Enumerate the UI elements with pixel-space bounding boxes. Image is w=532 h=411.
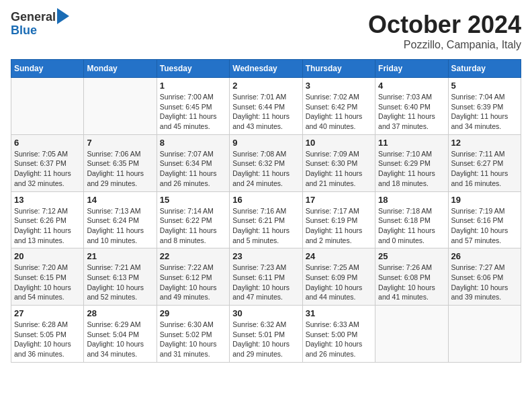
day-number: 29	[160, 308, 226, 318]
col-wednesday: Wednesday	[230, 60, 302, 78]
day-number: 27	[14, 308, 81, 318]
logo-general: General	[11, 11, 56, 24]
day-detail: Sunrise: 7:26 AMSunset: 6:08 PMDaylight:…	[378, 263, 445, 302]
day-detail: Sunrise: 7:00 AMSunset: 6:45 PMDaylight:…	[160, 92, 226, 132]
day-number: 13	[14, 195, 81, 205]
day-detail: Sunrise: 7:25 AMSunset: 6:09 PMDaylight:…	[306, 263, 372, 302]
table-row: 3Sunrise: 7:02 AMSunset: 6:42 PMDaylight…	[302, 78, 375, 135]
day-detail: Sunrise: 7:22 AMSunset: 6:12 PMDaylight:…	[160, 263, 226, 302]
table-row: 13Sunrise: 7:12 AMSunset: 6:26 PMDayligh…	[11, 191, 84, 248]
day-number: 12	[451, 138, 518, 148]
table-row: 31Sunrise: 6:33 AMSunset: 5:00 PMDayligh…	[302, 306, 375, 363]
day-detail: Sunrise: 7:27 AMSunset: 6:06 PMDaylight:…	[451, 263, 518, 302]
day-detail: Sunrise: 7:03 AMSunset: 6:40 PMDaylight:…	[378, 92, 445, 132]
day-number: 24	[306, 251, 372, 261]
day-detail: Sunrise: 6:32 AMSunset: 5:01 PMDaylight:…	[232, 320, 299, 359]
day-detail: Sunrise: 7:06 AMSunset: 6:35 PMDaylight:…	[87, 149, 153, 189]
calendar-week-row: 27Sunrise: 6:28 AMSunset: 5:05 PMDayligh…	[11, 306, 521, 363]
table-row: 7Sunrise: 7:06 AMSunset: 6:35 PMDaylight…	[84, 134, 157, 191]
day-number: 9	[232, 138, 299, 148]
col-friday: Friday	[375, 60, 448, 78]
day-number: 8	[160, 138, 226, 148]
calendar-week-row: 13Sunrise: 7:12 AMSunset: 6:26 PMDayligh…	[11, 191, 521, 248]
calendar-week-row: 6Sunrise: 7:05 AMSunset: 6:37 PMDaylight…	[11, 134, 521, 191]
day-detail: Sunrise: 7:21 AMSunset: 6:13 PMDaylight:…	[87, 263, 153, 302]
table-row: 16Sunrise: 7:16 AMSunset: 6:21 PMDayligh…	[230, 191, 302, 248]
table-row: 26Sunrise: 7:27 AMSunset: 6:06 PMDayligh…	[448, 248, 521, 306]
table-row: 4Sunrise: 7:03 AMSunset: 6:40 PMDaylight…	[375, 78, 448, 135]
col-saturday: Saturday	[448, 60, 521, 78]
day-number: 15	[160, 195, 226, 205]
day-detail: Sunrise: 7:11 AMSunset: 6:27 PMDaylight:…	[451, 149, 518, 189]
table-row: 11Sunrise: 7:10 AMSunset: 6:29 PMDayligh…	[375, 134, 448, 191]
calendar-week-row: 1Sunrise: 7:00 AMSunset: 6:45 PMDaylight…	[11, 78, 521, 135]
table-row: 21Sunrise: 7:21 AMSunset: 6:13 PMDayligh…	[84, 248, 157, 306]
day-number: 10	[306, 138, 372, 148]
logo-blue: Blue	[11, 24, 37, 38]
day-number: 6	[14, 138, 81, 148]
day-number: 5	[451, 81, 518, 91]
table-row: 30Sunrise: 6:32 AMSunset: 5:01 PMDayligh…	[230, 306, 302, 363]
day-detail: Sunrise: 7:18 AMSunset: 6:18 PMDaylight:…	[378, 206, 445, 246]
calendar-week-row: 20Sunrise: 7:20 AMSunset: 6:15 PMDayligh…	[11, 248, 521, 306]
day-number: 2	[232, 81, 299, 91]
day-detail: Sunrise: 7:09 AMSunset: 6:30 PMDaylight:…	[306, 149, 372, 189]
day-detail: Sunrise: 7:08 AMSunset: 6:32 PMDaylight:…	[232, 149, 299, 189]
header-row: Sunday Monday Tuesday Wednesday Thursday…	[11, 60, 521, 78]
col-thursday: Thursday	[302, 60, 375, 78]
table-row: 10Sunrise: 7:09 AMSunset: 6:30 PMDayligh…	[302, 134, 375, 191]
day-detail: Sunrise: 7:23 AMSunset: 6:11 PMDaylight:…	[232, 263, 299, 302]
day-detail: Sunrise: 7:19 AMSunset: 6:16 PMDaylight:…	[451, 206, 518, 246]
day-number: 28	[87, 308, 153, 318]
table-row: 9Sunrise: 7:08 AMSunset: 6:32 PMDaylight…	[230, 134, 302, 191]
day-detail: Sunrise: 7:05 AMSunset: 6:37 PMDaylight:…	[14, 149, 81, 189]
col-tuesday: Tuesday	[157, 60, 229, 78]
table-row	[448, 306, 521, 363]
table-row: 29Sunrise: 6:30 AMSunset: 5:02 PMDayligh…	[157, 306, 229, 363]
day-number: 3	[306, 81, 372, 91]
table-row: 28Sunrise: 6:29 AMSunset: 5:04 PMDayligh…	[84, 306, 157, 363]
day-detail: Sunrise: 7:16 AMSunset: 6:21 PMDaylight:…	[232, 206, 299, 246]
day-detail: Sunrise: 6:28 AMSunset: 5:05 PMDaylight:…	[14, 320, 81, 359]
day-number: 31	[306, 308, 372, 318]
day-number: 19	[451, 195, 518, 205]
day-detail: Sunrise: 7:17 AMSunset: 6:19 PMDaylight:…	[306, 206, 372, 246]
day-number: 16	[232, 195, 299, 205]
table-row: 6Sunrise: 7:05 AMSunset: 6:37 PMDaylight…	[11, 134, 84, 191]
table-row: 24Sunrise: 7:25 AMSunset: 6:09 PMDayligh…	[302, 248, 375, 306]
day-number: 17	[306, 195, 372, 205]
day-number: 30	[232, 308, 299, 318]
table-row: 1Sunrise: 7:00 AMSunset: 6:45 PMDaylight…	[157, 78, 229, 135]
day-number: 7	[87, 138, 153, 148]
table-row: 14Sunrise: 7:13 AMSunset: 6:24 PMDayligh…	[84, 191, 157, 248]
logo: General Blue	[11, 11, 69, 38]
table-row: 19Sunrise: 7:19 AMSunset: 6:16 PMDayligh…	[448, 191, 521, 248]
table-row: 27Sunrise: 6:28 AMSunset: 5:05 PMDayligh…	[11, 306, 84, 363]
table-row: 18Sunrise: 7:18 AMSunset: 6:18 PMDayligh…	[375, 191, 448, 248]
day-detail: Sunrise: 6:33 AMSunset: 5:00 PMDaylight:…	[306, 320, 372, 359]
calendar-title: October 2024	[368, 11, 521, 39]
page-header: General Blue October 2024 Pozzillo, Camp…	[11, 11, 521, 51]
day-number: 26	[451, 251, 518, 261]
table-row: 25Sunrise: 7:26 AMSunset: 6:08 PMDayligh…	[375, 248, 448, 306]
calendar-table: Sunday Monday Tuesday Wednesday Thursday…	[11, 59, 521, 363]
table-row: 15Sunrise: 7:14 AMSunset: 6:22 PMDayligh…	[157, 191, 229, 248]
day-number: 20	[14, 251, 81, 261]
logo-arrow-icon	[57, 8, 69, 24]
day-number: 14	[87, 195, 153, 205]
day-detail: Sunrise: 7:10 AMSunset: 6:29 PMDaylight:…	[378, 149, 445, 189]
day-detail: Sunrise: 7:07 AMSunset: 6:34 PMDaylight:…	[160, 149, 226, 189]
calendar-subtitle: Pozzillo, Campania, Italy	[368, 39, 521, 51]
day-detail: Sunrise: 7:20 AMSunset: 6:15 PMDaylight:…	[14, 263, 81, 302]
table-row	[375, 306, 448, 363]
day-number: 1	[160, 81, 226, 91]
table-row: 17Sunrise: 7:17 AMSunset: 6:19 PMDayligh…	[302, 191, 375, 248]
table-row: 20Sunrise: 7:20 AMSunset: 6:15 PMDayligh…	[11, 248, 84, 306]
table-row	[11, 78, 84, 135]
day-number: 18	[378, 195, 445, 205]
day-number: 25	[378, 251, 445, 261]
day-detail: Sunrise: 7:01 AMSunset: 6:44 PMDaylight:…	[232, 92, 299, 132]
table-row	[84, 78, 157, 135]
day-detail: Sunrise: 7:04 AMSunset: 6:39 PMDaylight:…	[451, 92, 518, 132]
day-detail: Sunrise: 6:29 AMSunset: 5:04 PMDaylight:…	[87, 320, 153, 359]
